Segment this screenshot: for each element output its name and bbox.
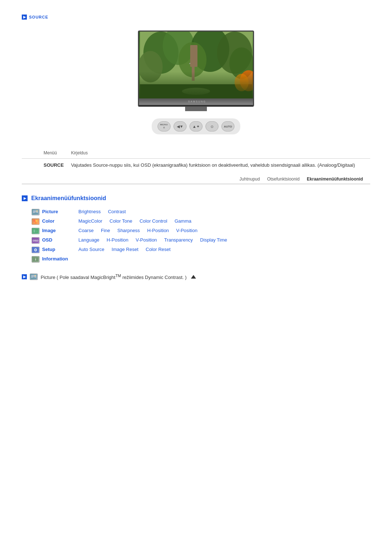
menu-table: Picture Brightness Contrast Color MagicC… [29, 209, 370, 263]
picture-icon-cell [29, 209, 42, 215]
svg-point-15 [182, 88, 210, 95]
info-table: Menüü Kirjeldus SOURCE Vajutades Source-… [22, 149, 370, 169]
menu-row-setup: Setup Auto Source Image Reset Color Rese… [29, 247, 370, 253]
source-icon: ▶ [22, 15, 27, 20]
monitor-brand: SAMSUNG [188, 100, 206, 103]
svg-point-31 [35, 250, 36, 250]
menu-item-magiccolor[interactable]: MagicColor [78, 218, 102, 224]
auto-button[interactable]: AUTO [221, 121, 234, 131]
svg-point-5 [139, 51, 163, 82]
menu-item-brightness[interactable]: Brightness [78, 209, 101, 214]
nav-down-button[interactable]: ◀▼ [173, 121, 187, 131]
image-category: Image [42, 228, 78, 233]
menu-item-contrast[interactable]: Contrast [108, 209, 126, 214]
top-source-section: ▶ SOURCE [22, 15, 370, 20]
menu-item-fine[interactable]: Fine [101, 228, 110, 233]
svg-text:i: i [35, 258, 36, 261]
monitor-screen [139, 32, 253, 98]
menu-item-coarse[interactable]: Coarse [78, 228, 94, 233]
note-picture-icon [30, 274, 38, 280]
menu-item-imagereset[interactable]: Image Reset [112, 247, 139, 252]
menu-item-colorreset[interactable]: Color Reset [146, 247, 171, 252]
menu-item-osd-vposition[interactable]: V-Position [136, 237, 157, 243]
svg-rect-26 [36, 230, 38, 232]
menu-item-autosource[interactable]: Auto Source [78, 247, 105, 252]
magic-button[interactable]: ▲✦ [189, 121, 203, 131]
information-category: Information [42, 256, 78, 262]
osd-category: OSD [42, 237, 78, 243]
go-button[interactable]: ⊙ [205, 121, 219, 131]
menu-row-osd: OSD OSD Language H-Position V-Position T… [29, 237, 370, 244]
section-header: ▶ Ekraanimenüüfunktsioonid [22, 195, 370, 202]
image-icon [32, 228, 40, 234]
table-desc-cell: Vajutades Source-nuppu siis, kui OSD (ek… [71, 159, 370, 170]
svg-point-6 [179, 42, 207, 77]
menu-item-transparency[interactable]: Transparency [164, 237, 193, 243]
osd-items: Language H-Position V-Position Transpare… [78, 237, 234, 243]
tab-ekraanimenu[interactable]: Ekraanimenüüfunktsioonid [307, 177, 363, 182]
svg-text:OSD: OSD [33, 239, 38, 242]
info-table-section: Menüü Kirjeldus SOURCE Vajutades Source-… [22, 149, 370, 169]
picture-icon [32, 209, 40, 215]
svg-point-13 [240, 70, 253, 91]
svg-marker-11 [189, 60, 197, 64]
svg-point-21 [33, 220, 36, 222]
color-icon-cell [29, 218, 42, 225]
menu-row-information: i Information [29, 256, 370, 263]
svg-point-7 [229, 47, 253, 79]
svg-point-39 [34, 275, 36, 276]
menu-item-colorcontrol[interactable]: Color Control [139, 218, 167, 224]
image-items: Coarse Fine Sharpness H-Position V-Posit… [78, 228, 205, 233]
picture-items: Brightness Contrast [78, 209, 133, 214]
osd-icon-cell: OSD [29, 237, 42, 244]
monitor-frame: SAMSUNG [138, 31, 254, 107]
setup-items: Auto Source Image Reset Color Reset [78, 247, 178, 252]
tab-otsefunktsioonid[interactable]: Otsefunktsioonid [267, 177, 299, 182]
menu-item-sharpness[interactable]: Sharpness [117, 228, 140, 233]
setup-icon-cell [29, 247, 42, 253]
monitor-bottom-bar: SAMSUNG [139, 98, 254, 105]
svg-rect-12 [140, 84, 252, 98]
menu-item-language[interactable]: Language [78, 237, 99, 243]
section-title: Ekraanimenüüfunktsioonid [31, 195, 106, 202]
monitor-image [139, 32, 253, 98]
menu-item-osd-hposition[interactable]: H-Position [107, 237, 128, 243]
svg-marker-9 [192, 51, 195, 56]
color-icon [32, 218, 40, 225]
col-menu-header: Menüü [22, 149, 71, 159]
control-buttons-row: MENU ≡ ◀▼ ▲✦ ⊙ AUTO [152, 118, 240, 134]
bottom-note: ▶ Picture ( Pole saadaval MagicBrightTM … [22, 274, 370, 280]
triangle-up-icon [191, 275, 196, 279]
setup-category: Setup [42, 247, 78, 252]
information-icon: i [32, 256, 40, 263]
menu-section: ▶ Ekraanimenüüfunktsioonid Picture Brigh… [22, 195, 370, 263]
menu-row-picture: Picture Brightness Contrast [29, 209, 370, 215]
tab-juhtnupud[interactable]: Juhtnupud [240, 177, 260, 182]
monitor-stand [185, 107, 207, 111]
monitor-section: SAMSUNG MENU ≡ ◀▼ ▲✦ ⊙ AUTO [22, 31, 370, 134]
menu-item-colortone[interactable]: Color Tone [110, 218, 132, 224]
information-icon-cell: i [29, 256, 42, 263]
svg-point-19 [36, 210, 38, 212]
menu-item-gamma[interactable]: Gamma [175, 218, 191, 224]
menu-item-vposition[interactable]: V-Position [176, 228, 197, 233]
picture-category: Picture [42, 209, 78, 214]
svg-marker-10 [190, 56, 196, 60]
note-text: Picture ( Pole saadaval MagicBrightTM re… [41, 274, 187, 280]
menu-item-displaytime[interactable]: Display Time [200, 237, 227, 243]
setup-icon [32, 247, 40, 253]
osd-icon: OSD [32, 237, 40, 244]
menu-button[interactable]: MENU ≡ [158, 121, 171, 131]
note-source-icon: ▶ [22, 274, 27, 279]
svg-rect-8 [192, 56, 195, 81]
svg-point-14 [234, 74, 249, 91]
svg-point-23 [34, 222, 37, 224]
nav-tabs: Juhtnupud Otsefunktsioonid Ekraanimenüüf… [22, 177, 370, 184]
menu-item-hposition[interactable]: H-Position [147, 228, 169, 233]
menu-row-image: Image Coarse Fine Sharpness H-Position V… [29, 228, 370, 234]
col-desc-header: Kirjeldus [71, 149, 370, 159]
image-icon-cell [29, 228, 42, 234]
section-icon: ▶ [22, 195, 28, 201]
table-menu-cell: SOURCE [22, 159, 71, 170]
table-row: SOURCE Vajutades Source-nuppu siis, kui … [22, 159, 370, 170]
